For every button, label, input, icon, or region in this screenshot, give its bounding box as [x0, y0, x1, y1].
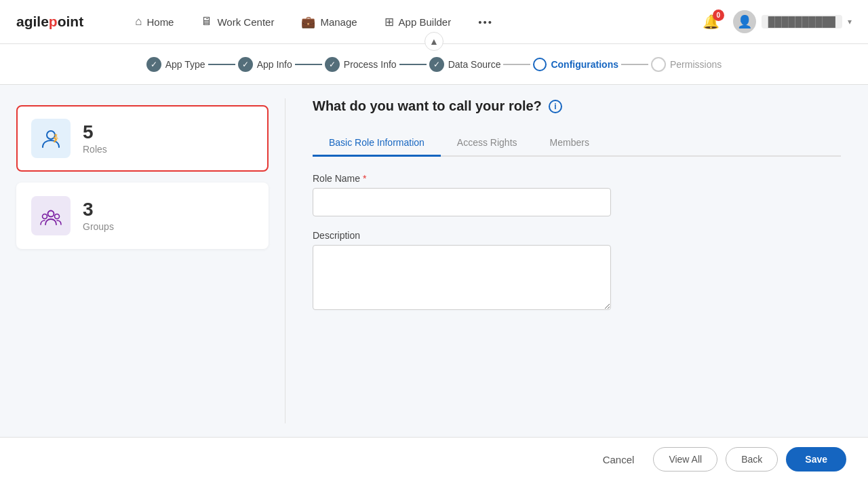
description-group: Description	[313, 230, 841, 313]
logo-text: agile	[16, 14, 49, 30]
nav-links: ⌂ Home 🖥 Work Center 💼 Manage ⊞ App Buil…	[124, 9, 700, 35]
right-panel: What do you want to call your role? i Ba…	[285, 85, 868, 437]
back-button[interactable]: Back	[726, 447, 778, 472]
connector-5	[621, 64, 648, 65]
required-star: *	[363, 173, 366, 184]
connector-1	[208, 64, 235, 65]
groups-label: Groups	[83, 221, 114, 232]
step-label-app-info: App Info	[257, 59, 292, 70]
tab-access-rights[interactable]: Access Rights	[441, 130, 534, 157]
svg-point-4	[43, 214, 47, 219]
avatar: 👤	[733, 10, 756, 33]
groups-count: 3	[83, 199, 114, 220]
step-process-info[interactable]: ✓ Process Info	[325, 57, 397, 72]
stepper-collapse-button[interactable]: ▲	[425, 32, 443, 51]
view-all-button[interactable]: View All	[653, 447, 717, 472]
nav-home-label: Home	[146, 16, 174, 28]
step-configurations[interactable]: Configurations	[533, 58, 618, 71]
step-icon-data-source: ✓	[429, 57, 444, 72]
step-app-type[interactable]: ✓ App Type	[146, 57, 205, 72]
monitor-icon: 🖥	[201, 15, 212, 28]
nav-manage-label: Manage	[320, 16, 357, 28]
page-question: What do you want to call your role? i	[313, 98, 841, 114]
logo-dot: p	[49, 14, 58, 30]
logo-text2: oint	[58, 14, 83, 30]
chevron-up-icon: ▲	[429, 36, 439, 47]
roles-icon	[39, 127, 62, 150]
step-label-data-source: Data Source	[448, 59, 501, 70]
step-icon-app-type: ✓	[146, 57, 161, 72]
step-icon-configurations	[533, 58, 547, 71]
connector-3	[399, 64, 427, 65]
roles-count: 5	[83, 122, 107, 143]
step-permissions[interactable]: Permissions	[651, 57, 722, 72]
svg-point-3	[48, 211, 54, 217]
footer-bar: Cancel View All Back Save	[0, 437, 868, 481]
roles-label: Roles	[83, 144, 107, 155]
main-content: 5 Roles 3 Groups	[0, 85, 868, 437]
nav-more[interactable]: •••	[467, 11, 504, 33]
nav-workcenter[interactable]: 🖥 Work Center	[190, 9, 285, 34]
roles-card-info: 5 Roles	[83, 122, 107, 155]
groups-card[interactable]: 3 Groups	[16, 182, 269, 249]
groups-card-info: 3 Groups	[83, 199, 114, 233]
user-menu[interactable]: 👤 ██████████ ▾	[733, 10, 852, 33]
nav-more-label: •••	[478, 16, 493, 28]
svg-point-5	[55, 214, 60, 219]
chevron-down-icon: ▾	[848, 17, 852, 26]
nav-home[interactable]: ⌂ Home	[124, 9, 184, 34]
tab-basic-role-info[interactable]: Basic Role Information	[313, 130, 441, 157]
description-textarea[interactable]	[313, 245, 611, 310]
step-label-app-type: App Type	[165, 59, 205, 70]
notification-button[interactable]: 🔔 0	[700, 11, 722, 33]
step-icon-app-info: ✓	[238, 57, 253, 72]
tab-members[interactable]: Members	[534, 130, 606, 157]
step-icon-process-info: ✓	[325, 57, 340, 72]
step-icon-permissions	[651, 57, 666, 72]
step-label-permissions: Permissions	[670, 59, 722, 70]
home-icon: ⌂	[135, 15, 142, 28]
role-name-group: Role Name *	[313, 173, 841, 216]
roles-icon-wrap	[31, 119, 71, 158]
connector-4	[503, 64, 530, 65]
step-label-process-info: Process Info	[344, 59, 397, 70]
cancel-button[interactable]: Cancel	[592, 448, 646, 471]
groups-icon	[39, 204, 62, 227]
info-icon[interactable]: i	[549, 100, 562, 113]
step-app-info[interactable]: ✓ App Info	[238, 57, 292, 72]
tab-bar: Basic Role Information Access Rights Mem…	[313, 130, 841, 157]
briefcase-icon: 💼	[301, 15, 315, 29]
description-label: Description	[313, 230, 841, 241]
nav-appbuilder[interactable]: ⊞ App Builder	[374, 9, 462, 35]
question-text: What do you want to call your role?	[313, 98, 542, 114]
notification-badge: 0	[713, 9, 724, 21]
logo[interactable]: agilepoint	[16, 14, 83, 30]
nav-appbuilder-label: App Builder	[399, 16, 452, 28]
user-name: ██████████	[762, 15, 842, 28]
roles-card[interactable]: 5 Roles	[16, 105, 269, 172]
connector-2	[295, 64, 322, 65]
step-data-source[interactable]: ✓ Data Source	[429, 57, 501, 72]
nav-workcenter-label: Work Center	[217, 16, 274, 28]
role-name-label: Role Name *	[313, 173, 841, 184]
grid-icon: ⊞	[384, 15, 394, 29]
nav-right: 🔔 0 👤 ██████████ ▾	[700, 10, 852, 33]
groups-icon-wrap	[31, 196, 71, 235]
left-panel: 5 Roles 3 Groups	[0, 85, 285, 437]
nav-manage[interactable]: 💼 Manage	[290, 9, 368, 35]
role-name-input[interactable]	[313, 188, 611, 216]
stepper-bar: ▲ ✓ App Type ✓ App Info ✓ Process Info ✓…	[0, 44, 868, 85]
user-icon: 👤	[737, 14, 752, 29]
save-button[interactable]: Save	[786, 447, 846, 472]
step-label-configurations: Configurations	[551, 59, 618, 70]
